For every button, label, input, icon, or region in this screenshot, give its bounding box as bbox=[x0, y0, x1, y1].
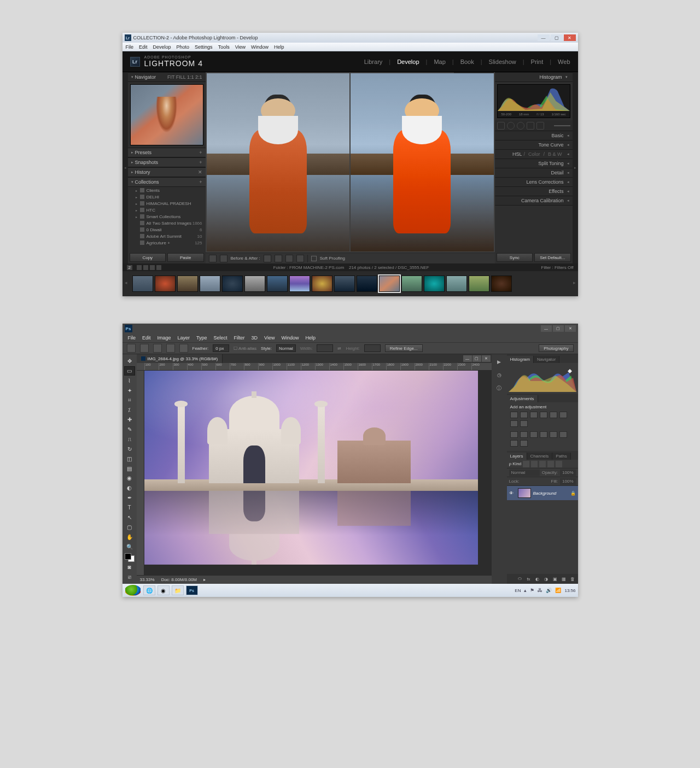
maximize-button[interactable]: ▢ bbox=[551, 34, 563, 41]
taskbar-ie-icon[interactable]: 🌐 bbox=[143, 585, 155, 595]
filmstrip-thumb[interactable] bbox=[244, 275, 265, 292]
curves-adj-icon[interactable] bbox=[530, 412, 538, 418]
channel-mixer-adj-icon[interactable] bbox=[520, 431, 528, 438]
menu-file[interactable]: File bbox=[126, 44, 134, 50]
filmstrip-thumb[interactable] bbox=[132, 275, 153, 292]
grid-icon[interactable] bbox=[137, 265, 142, 270]
path-select-tool-icon[interactable]: ↖ bbox=[124, 513, 135, 522]
menu-help[interactable]: Help bbox=[274, 44, 284, 50]
ba-tb-icon[interactable] bbox=[275, 255, 282, 262]
blur-tool-icon[interactable]: ◉ bbox=[124, 474, 135, 483]
gradient-tool-icon[interactable] bbox=[527, 122, 534, 130]
marquee-intersect-icon[interactable] bbox=[179, 344, 188, 353]
doc-minimize-button[interactable]: — bbox=[463, 355, 472, 362]
brightness-adj-icon[interactable] bbox=[510, 412, 518, 418]
tool-slider[interactable] bbox=[554, 125, 570, 126]
splittoning-panel[interactable]: Split Toning◂ bbox=[495, 159, 573, 168]
module-print[interactable]: Print bbox=[531, 58, 544, 65]
healing-tool-icon[interactable]: ✚ bbox=[124, 415, 135, 424]
hsl-panel[interactable]: HSL/Color/B & W◂ bbox=[495, 150, 573, 159]
crop-tool-icon[interactable] bbox=[497, 122, 505, 130]
filmstrip-thumb[interactable] bbox=[446, 275, 467, 292]
filmstrip-thumb[interactable] bbox=[357, 275, 377, 292]
menu-tools[interactable]: Tools bbox=[218, 44, 230, 50]
collection-item[interactable]: Agricuture +125 bbox=[128, 239, 206, 246]
adjustments-tab[interactable]: Adjustments bbox=[507, 395, 538, 402]
filter-smart-icon[interactable] bbox=[556, 461, 562, 467]
marquee-tool-icon[interactable]: ▭ bbox=[124, 366, 135, 376]
collection-item[interactable]: ▸Smart Collections bbox=[128, 213, 206, 220]
feather-field[interactable]: 0 px bbox=[213, 344, 229, 352]
crop-tool-icon[interactable]: ⌗ bbox=[124, 396, 135, 405]
navigator-thumbnail[interactable] bbox=[130, 84, 203, 145]
ps-close-button[interactable]: ✕ bbox=[565, 325, 576, 332]
collections-header[interactable]: ▾Collections+ bbox=[128, 177, 206, 187]
mini-info-icon[interactable]: ⓘ bbox=[495, 384, 504, 392]
collection-item[interactable]: Adobe Art Summit10 bbox=[128, 233, 206, 239]
ps-maximize-button[interactable]: ▢ bbox=[553, 325, 564, 332]
new-adj-layer-icon[interactable]: ◑ bbox=[543, 576, 550, 582]
workspace-select[interactable]: Photography bbox=[539, 344, 573, 352]
cameracal-panel[interactable]: Camera Calibration◂ bbox=[495, 196, 573, 206]
module-slideshow[interactable]: Slideshow bbox=[489, 58, 516, 65]
filmstrip-thumb[interactable] bbox=[289, 275, 310, 292]
filmstrip-thumb[interactable] bbox=[267, 275, 288, 292]
lock-icon[interactable]: 🔒 bbox=[570, 491, 576, 496]
photo-filter-adj-icon[interactable] bbox=[510, 431, 518, 438]
filmstrip-thumb[interactable] bbox=[200, 275, 220, 292]
redeye-tool-icon[interactable] bbox=[517, 122, 524, 130]
color-swatches[interactable] bbox=[125, 553, 135, 562]
secondary-display-badge[interactable]: 2 bbox=[127, 265, 132, 270]
menu-develop[interactable]: Develop bbox=[153, 44, 171, 50]
invert-adj-icon[interactable] bbox=[540, 431, 547, 438]
threshold-adj-icon[interactable] bbox=[559, 431, 567, 438]
compare-icon[interactable] bbox=[150, 265, 155, 270]
left-panel-collapse[interactable]: ◂ bbox=[122, 72, 128, 263]
module-book[interactable]: Book bbox=[460, 58, 474, 65]
lang-indicator[interactable]: EN bbox=[515, 588, 521, 593]
filmstrip-thumb[interactable] bbox=[177, 275, 198, 292]
ps-histogram[interactable] bbox=[507, 363, 578, 394]
tray-flag-icon[interactable]: ⚑ bbox=[530, 588, 534, 593]
detail-panel[interactable]: Detail◂ bbox=[495, 168, 573, 178]
tray-wifi-icon[interactable]: 📶 bbox=[555, 588, 561, 593]
new-layer-icon[interactable]: ▦ bbox=[561, 576, 567, 582]
module-develop[interactable]: Develop bbox=[397, 58, 419, 65]
levels-adj-icon[interactable] bbox=[520, 412, 528, 418]
setdefault-button[interactable]: Set Default... bbox=[534, 253, 571, 262]
pen-tool-icon[interactable]: ✒ bbox=[124, 493, 135, 502]
layer-fx-icon[interactable]: fx bbox=[526, 576, 532, 582]
exposure-adj-icon[interactable] bbox=[540, 412, 547, 418]
layer-item-background[interactable]: 👁 Background 🔒 bbox=[507, 486, 578, 500]
visibility-icon[interactable]: 👁 bbox=[509, 491, 516, 496]
ba-swap-icon[interactable] bbox=[296, 255, 304, 262]
lenscorr-panel[interactable]: Lens Corrections◂ bbox=[495, 178, 573, 187]
ba-lr-icon[interactable] bbox=[264, 255, 271, 262]
quickmask-icon[interactable]: ◙ bbox=[124, 562, 135, 572]
menu-settings[interactable]: Settings bbox=[195, 44, 213, 50]
effects-panel[interactable]: Effects◂ bbox=[495, 187, 573, 196]
loupe-icon[interactable] bbox=[143, 265, 148, 270]
canvas[interactable] bbox=[144, 371, 492, 575]
ps-menu-3d[interactable]: 3D bbox=[252, 335, 258, 341]
type-tool-icon[interactable]: T bbox=[124, 503, 135, 512]
basic-panel[interactable]: Basic◂ bbox=[495, 131, 573, 140]
filmstrip-thumb-selected[interactable] bbox=[379, 275, 400, 292]
zoom-level[interactable]: 33.33% bbox=[140, 577, 155, 582]
hue-adj-icon[interactable] bbox=[559, 412, 567, 418]
menu-edit[interactable]: Edit bbox=[139, 44, 148, 50]
filmstrip-thumb[interactable] bbox=[222, 275, 243, 292]
paste-button[interactable]: Paste bbox=[167, 253, 204, 262]
tray-show-hidden-icon[interactable]: ▴ bbox=[524, 588, 527, 593]
gradmap-adj-icon[interactable] bbox=[510, 440, 518, 447]
opacity-field[interactable]: 100% bbox=[560, 470, 575, 476]
navigator-tab[interactable]: Navigator bbox=[534, 356, 559, 363]
collection-item[interactable]: ▸HTC bbox=[128, 207, 206, 213]
right-panel-collapse[interactable]: ▸ bbox=[573, 72, 578, 263]
taskbar-chrome-icon[interactable]: ◉ bbox=[158, 585, 170, 595]
spot-tool-icon[interactable] bbox=[507, 122, 515, 130]
tonecurve-panel[interactable]: Tone Curve◂ bbox=[495, 140, 573, 150]
filter-type-icon[interactable] bbox=[539, 461, 546, 467]
fill-field[interactable]: 100% bbox=[560, 478, 575, 485]
histogram[interactable]: 50-200 18 mm f / 13 1/160 sec bbox=[497, 84, 570, 118]
